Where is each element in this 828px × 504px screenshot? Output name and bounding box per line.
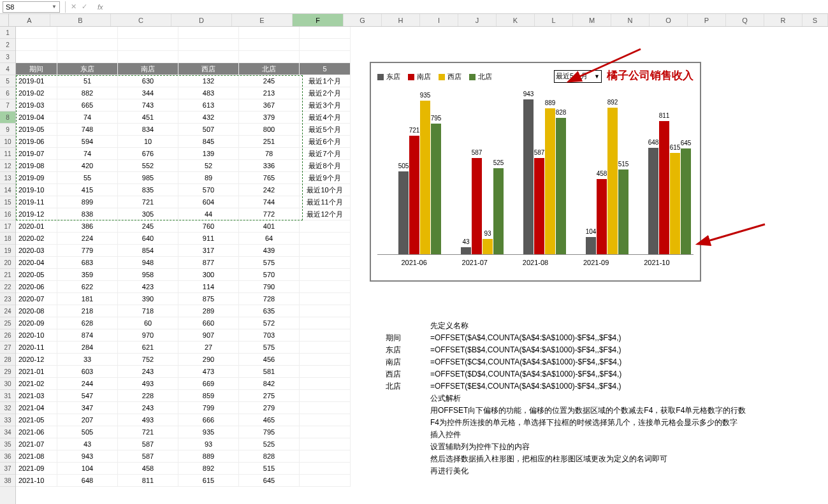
- data-cell[interactable]: 570: [178, 184, 239, 196]
- data-cell[interactable]: 507: [178, 124, 239, 136]
- data-cell[interactable]: 最近11个月: [300, 196, 351, 208]
- data-cell[interactable]: 305: [118, 208, 178, 220]
- empty-cell[interactable]: [57, 51, 118, 63]
- data-cell[interactable]: 842: [239, 378, 300, 390]
- cancel-icon[interactable]: ✕: [71, 3, 76, 11]
- data-cell[interactable]: 最近12个月: [300, 208, 351, 220]
- data-cell[interactable]: 10: [118, 136, 178, 148]
- row-header[interactable]: 15: [0, 196, 15, 208]
- data-cell[interactable]: [300, 354, 351, 366]
- data-cell[interactable]: 666: [178, 414, 239, 426]
- data-cell[interactable]: 2019-10: [16, 184, 57, 196]
- data-cell[interactable]: 43: [57, 438, 118, 450]
- data-cell[interactable]: 420: [57, 160, 118, 172]
- data-cell[interactable]: [300, 245, 351, 257]
- data-cell[interactable]: 359: [57, 269, 118, 281]
- column-header[interactable]: S: [803, 14, 828, 26]
- data-cell[interactable]: 845: [178, 136, 239, 148]
- data-cell[interactable]: 2020-02: [16, 233, 57, 245]
- data-cell[interactable]: 645: [239, 475, 300, 487]
- data-cell[interactable]: 525: [239, 438, 300, 450]
- row-header[interactable]: 23: [0, 293, 15, 305]
- header-cell[interactable]: 南店: [118, 63, 178, 75]
- data-cell[interactable]: 2021-08: [16, 450, 57, 463]
- empty-cell[interactable]: [239, 51, 300, 63]
- data-cell[interactable]: 648: [57, 475, 118, 487]
- data-cell[interactable]: 245: [118, 220, 178, 233]
- data-cell[interactable]: 594: [57, 136, 118, 148]
- data-cell[interactable]: 2020-08: [16, 305, 57, 317]
- data-cell[interactable]: 603: [57, 366, 118, 378]
- row-header[interactable]: 36: [0, 450, 15, 463]
- data-cell[interactable]: 51: [57, 75, 118, 87]
- data-cell[interactable]: 811: [118, 475, 178, 487]
- data-cell[interactable]: 628: [57, 317, 118, 329]
- column-header[interactable]: H: [382, 14, 420, 26]
- data-cell[interactable]: 581: [239, 366, 300, 378]
- column-header[interactable]: M: [573, 14, 611, 26]
- data-cell[interactable]: 最近4个月: [300, 112, 351, 124]
- row-header[interactable]: 3: [0, 51, 15, 63]
- column-header[interactable]: C: [111, 14, 171, 26]
- name-box[interactable]: S8 ▼: [3, 1, 60, 13]
- row-header[interactable]: 4: [0, 63, 15, 75]
- data-cell[interactable]: [300, 317, 351, 329]
- row-header[interactable]: 28: [0, 354, 15, 366]
- data-cell[interactable]: 2021-04: [16, 402, 57, 414]
- empty-cell[interactable]: [57, 39, 118, 51]
- data-cell[interactable]: [300, 414, 351, 426]
- accept-icon[interactable]: ✓: [82, 3, 87, 11]
- data-cell[interactable]: 877: [178, 257, 239, 269]
- header-cell[interactable]: 西店: [178, 63, 239, 75]
- column-header[interactable]: D: [171, 14, 232, 26]
- row-header[interactable]: 26: [0, 329, 15, 342]
- data-cell[interactable]: 最近10个月: [300, 184, 351, 196]
- data-cell[interactable]: 621: [118, 342, 178, 354]
- data-cell[interactable]: 800: [239, 124, 300, 136]
- data-cell[interactable]: 875: [178, 293, 239, 305]
- chart-filter-dropdown[interactable]: 最近5个月 ▼: [554, 70, 602, 83]
- data-cell[interactable]: 最近2个月: [300, 87, 351, 99]
- data-cell[interactable]: 493: [118, 414, 178, 426]
- data-cell[interactable]: 439: [239, 245, 300, 257]
- data-cell[interactable]: 2020-07: [16, 293, 57, 305]
- data-cell[interactable]: 985: [118, 172, 178, 184]
- column-header[interactable]: B: [50, 14, 111, 26]
- empty-cell[interactable]: [300, 27, 351, 39]
- data-cell[interactable]: 2019-04: [16, 112, 57, 124]
- data-cell[interactable]: 515: [239, 463, 300, 475]
- data-cell[interactable]: 2020-01: [16, 220, 57, 233]
- data-cell[interactable]: 795: [239, 426, 300, 438]
- data-cell[interactable]: 344: [118, 87, 178, 99]
- data-cell[interactable]: 2019-11: [16, 196, 57, 208]
- row-header[interactable]: 18: [0, 233, 15, 245]
- data-cell[interactable]: [300, 233, 351, 245]
- row-header[interactable]: 9: [0, 124, 15, 136]
- chart[interactable]: 东店南店西店北店 最近5个月 ▼ 橘子公司销售收入 50572193579543…: [370, 62, 701, 282]
- data-cell[interactable]: 874: [57, 329, 118, 342]
- data-cell[interactable]: 2019-08: [16, 160, 57, 172]
- row-header[interactable]: 1: [0, 27, 15, 39]
- data-cell[interactable]: 64: [239, 233, 300, 245]
- data-cell[interactable]: 2021-05: [16, 414, 57, 426]
- row-header[interactable]: 10: [0, 136, 15, 148]
- data-cell[interactable]: 859: [178, 390, 239, 402]
- data-cell[interactable]: 458: [118, 463, 178, 475]
- data-cell[interactable]: [300, 257, 351, 269]
- data-cell[interactable]: [300, 342, 351, 354]
- row-header[interactable]: 37: [0, 463, 15, 475]
- data-cell[interactable]: 213: [239, 87, 300, 99]
- data-cell[interactable]: 2020-09: [16, 317, 57, 329]
- data-cell[interactable]: 2021-06: [16, 426, 57, 438]
- data-cell[interactable]: [300, 269, 351, 281]
- data-cell[interactable]: 207: [57, 414, 118, 426]
- fx-icon[interactable]: fx: [98, 3, 103, 11]
- data-cell[interactable]: 547: [57, 390, 118, 402]
- data-cell[interactable]: 2019-12: [16, 208, 57, 220]
- data-cell[interactable]: [300, 220, 351, 233]
- empty-cell[interactable]: [16, 27, 57, 39]
- data-cell[interactable]: 572: [239, 317, 300, 329]
- row-header[interactable]: 20: [0, 257, 15, 269]
- data-cell[interactable]: 451: [118, 112, 178, 124]
- data-cell[interactable]: 907: [178, 329, 239, 342]
